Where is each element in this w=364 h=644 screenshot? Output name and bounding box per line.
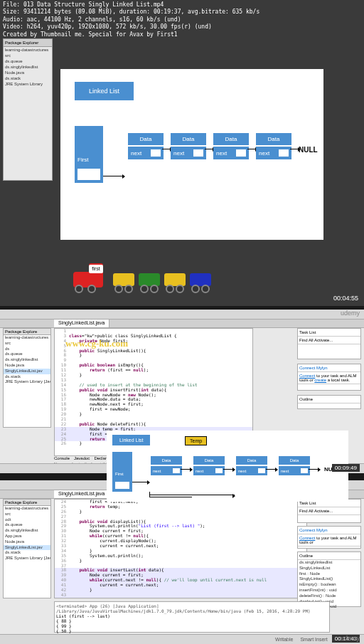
node: Datanext xyxy=(256,133,291,159)
console-line: { 50 } xyxy=(56,628,328,633)
arrow-icon xyxy=(103,176,124,176)
linked-list-diagram-small: Linked List First Temp DatanextDatanextD… xyxy=(107,431,348,502)
tree-row[interactable]: Node.java xyxy=(4,539,50,545)
console-line: { 88 } xyxy=(56,618,328,623)
outline-panel[interactable]: Outline xyxy=(297,395,361,409)
tree-row[interactable]: ds.queue xyxy=(4,58,52,64)
package-explorer[interactable]: Package Explorer learning-datastructures… xyxy=(3,38,53,181)
tree-row[interactable]: JRE System Library [JavaS xyxy=(4,556,50,561)
code-line[interactable]: 25 return temp; xyxy=(55,505,306,510)
thumbnail-1: Package Explorer learning-datastructures… xyxy=(0,0,364,306)
tree-row[interactable]: odt xyxy=(4,517,50,523)
code-line[interactable]: 41 current = current.next; xyxy=(55,583,306,588)
tree-row[interactable]: Node.java xyxy=(4,70,52,75)
tree-row[interactable]: src xyxy=(4,53,52,58)
package-explorer[interactable]: Package Explore learning-datastructuress… xyxy=(3,328,51,428)
tree-row[interactable]: learning-datastructures xyxy=(4,335,50,341)
code-line[interactable]: 36 } xyxy=(55,559,306,564)
tree-row[interactable]: SinglyLinkedList.jav xyxy=(4,545,50,551)
first-pointer: First xyxy=(75,126,103,183)
tree-row[interactable]: ds.stack xyxy=(4,75,52,81)
tree-row[interactable]: ds.queue xyxy=(4,352,50,357)
video-metadata: File: 013 Data Structure Singly Linked L… xyxy=(3,1,259,38)
tree-row[interactable]: JRE System Library xyxy=(4,81,52,87)
tree-row[interactable]: ds.stack xyxy=(4,550,50,556)
tree-row[interactable]: learning-datastructures xyxy=(4,506,50,512)
tree-row[interactable]: ds.singlylinkedlist xyxy=(4,357,50,363)
code-line[interactable]: 8 } xyxy=(55,353,252,358)
tree-row[interactable]: ds.stack xyxy=(4,374,50,380)
tree-row[interactable]: Node.java xyxy=(4,363,50,369)
mylyn-panel[interactable]: Connect Mylyn Connect to your task and A… xyxy=(297,526,361,549)
console-line: { 99 } xyxy=(56,623,328,628)
console-line: List (first --> last) xyxy=(56,613,328,618)
node: Datanext xyxy=(213,133,249,159)
outline-item[interactable]: SinglyLinkedList() xyxy=(298,576,360,582)
udemy-logo: udemy xyxy=(341,310,360,317)
code-line[interactable]: 19 first = newNode; xyxy=(55,407,252,412)
node: Datanext xyxy=(193,456,225,475)
temp-label: Temp xyxy=(185,436,207,445)
node: Datanext xyxy=(151,456,182,475)
package-explorer[interactable]: Package Explore learning-datastructuress… xyxy=(3,499,51,598)
code-line[interactable]: 11 return (first == null); xyxy=(55,368,252,373)
tree-row[interactable]: src xyxy=(4,341,50,347)
code-line[interactable]: 35 System.out.println(); xyxy=(55,554,306,559)
tab-singlylinkedlist[interactable]: SinglyLinkedList.java xyxy=(54,490,109,498)
mylyn-panel[interactable]: Connect Mylyn Connect to your task and A… xyxy=(297,364,361,391)
code-line[interactable]: 12 } xyxy=(55,373,252,378)
watermark: www.cg-ku.com xyxy=(65,338,128,349)
tree-row[interactable]: ds.queue xyxy=(4,522,50,528)
node: Datanext xyxy=(128,133,164,159)
outline-item[interactable]: isEmpty() : boolean xyxy=(298,582,360,588)
return-arrow xyxy=(149,492,192,497)
code-line[interactable]: 20 } xyxy=(55,412,252,417)
outline-panel[interactable]: Outline ds.singlylinkedlistSinglyLinkedL… xyxy=(297,551,361,607)
code-line[interactable]: 44 Node newNode = new Node(); xyxy=(55,598,306,598)
arrow-icon xyxy=(181,469,192,470)
outline-item[interactable]: insertFirst(int) : void xyxy=(298,588,360,593)
tree-row[interactable]: ds xyxy=(4,347,50,352)
code-line[interactable]: 26 } xyxy=(55,510,306,514)
toolbar[interactable] xyxy=(0,310,364,320)
udemy-logo: udemy xyxy=(341,635,360,642)
task-list-panel[interactable]: Task List Find All Activate... xyxy=(297,328,361,359)
outline-item[interactable]: SinglyLinkedList xyxy=(298,566,360,571)
outline-item[interactable]: deleteFirst() : Node xyxy=(298,593,360,599)
timestamp: 00:04:55 xyxy=(333,295,358,302)
console-output[interactable]: <terminated> App (26) [Java Application]… xyxy=(54,601,330,633)
arrow-icon xyxy=(223,469,235,470)
thumbnail-3: SinglyLinkedList.java App.java Package E… xyxy=(0,480,364,644)
tree-row[interactable]: JRE System Library [JavaS xyxy=(4,379,50,385)
null-label: NULL xyxy=(299,146,318,154)
node: Datanext xyxy=(171,133,206,159)
tree-row[interactable]: src xyxy=(4,512,50,517)
linked-list-diagram: Linked List First DatanextDatanextDatane… xyxy=(60,69,323,240)
linked-list-label: Linked List xyxy=(75,82,134,100)
train-illustration: first xyxy=(68,258,224,297)
status-bar: Writable Smart Insert 49 : 32 xyxy=(0,634,364,644)
tree-row[interactable]: ds.singlylinkedlist xyxy=(4,528,50,534)
code-line[interactable]: 42 } xyxy=(55,588,306,593)
code-line[interactable]: 33 current = current.next; xyxy=(55,544,306,549)
outline-item[interactable]: ds.singlylinkedlist xyxy=(298,560,360,566)
tab-singlylinkedlist[interactable]: SinglyLinkedList.java xyxy=(54,320,109,327)
tree-row[interactable]: SinglyLinkedList.jav xyxy=(4,369,50,374)
arrow-icon xyxy=(309,469,320,470)
thumbnail-2: SinglyLinkedList.java Package Explore le… xyxy=(0,310,364,473)
arrow-icon xyxy=(266,469,277,470)
node: Datanext xyxy=(236,456,267,475)
tree-row[interactable]: learning-datastructures xyxy=(4,47,52,53)
package-explorer-title: Package Explorer xyxy=(4,39,52,47)
tree-row[interactable]: ds.singlylinkedlist xyxy=(4,64,52,70)
code-editor[interactable]: 24 first = first.next;25 return temp;26 … xyxy=(54,499,307,598)
node: Datanext xyxy=(279,456,310,475)
outline-item[interactable]: first : Node xyxy=(298,571,360,577)
task-list-panel[interactable]: Task List Find All Activate... xyxy=(297,499,361,523)
timestamp: 00:09:49 xyxy=(332,464,360,472)
editor-tabs[interactable]: SinglyLinkedList.java xyxy=(0,320,364,328)
tree-row[interactable]: App.java xyxy=(4,534,50,539)
